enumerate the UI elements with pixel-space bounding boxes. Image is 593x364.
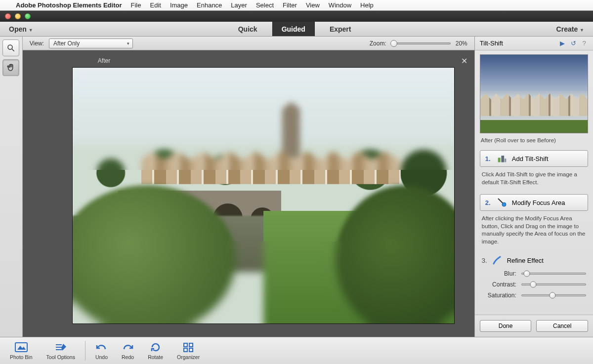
svg-line-1 [12, 49, 15, 51]
main: View: After Only Zoom: 20% After ✕ [0, 37, 593, 337]
saturation-slider-row: Saturation: [475, 290, 593, 301]
zoom-tool-button[interactable] [2, 40, 19, 56]
svg-rect-4 [505, 159, 506, 162]
step2-number: 2. [485, 199, 492, 206]
zoom-slider-thumb[interactable] [390, 40, 397, 47]
mac-menubar: Adobe Photoshop Elements Editor File Edi… [0, 0, 593, 11]
menu-view[interactable]: View [306, 1, 320, 9]
magnifier-icon [6, 43, 15, 52]
canvas-toolbar: View: After Only Zoom: 20% [23, 37, 474, 50]
menu-window[interactable]: Window [329, 1, 351, 9]
buildings-icon [497, 154, 507, 163]
undo-button[interactable]: Undo [89, 339, 114, 362]
tab-quick[interactable]: Quick [229, 22, 266, 36]
svg-line-5 [498, 199, 503, 203]
document-image[interactable] [72, 67, 455, 324]
menu-enhance[interactable]: Enhance [197, 1, 222, 9]
zoom-slider[interactable] [391, 42, 451, 44]
undo-label: Undo [95, 354, 108, 360]
blur-label: Blur: [482, 270, 516, 277]
create-menu[interactable]: Create ▼ [556, 25, 584, 33]
panel-footer: Done Cancel [475, 315, 593, 337]
step1-description: Click Add Tilt-Shift to give the image a… [475, 170, 593, 191]
svg-rect-2 [498, 158, 500, 162]
undo-icon [95, 341, 107, 353]
reset-icon[interactable]: ↺ [569, 40, 577, 47]
organizer-icon [183, 341, 194, 353]
menu-image[interactable]: Image [170, 1, 188, 9]
contrast-label: Contrast: [482, 281, 516, 288]
view-dropdown[interactable]: After Only [49, 39, 133, 48]
tab-quick-label: Quick [238, 25, 257, 33]
hand-tool-button[interactable] [2, 59, 19, 76]
mode-bar: Open ▼ Quick Guided Expert Create ▼ [0, 22, 593, 37]
menu-file[interactable]: File [131, 1, 141, 9]
blur-slider-thumb[interactable] [524, 271, 530, 277]
contrast-slider-thumb[interactable] [530, 282, 537, 288]
dock-separator [85, 341, 85, 361]
preview-image[interactable] [480, 54, 588, 133]
menu-layer[interactable]: Layer [231, 1, 247, 9]
tilt-shift-panel: Tilt-Shift ▶ ↺ ? After (Roll over to see… [474, 37, 593, 337]
contrast-slider[interactable] [521, 283, 586, 285]
zoom-label: Zoom: [370, 40, 386, 47]
svg-rect-14 [184, 348, 187, 352]
redo-icon [122, 341, 134, 353]
saturation-slider-thumb[interactable] [549, 292, 555, 299]
tool-column [0, 37, 23, 337]
canvas-area: View: After Only Zoom: 20% After ✕ [23, 37, 474, 337]
organizer-button[interactable]: Organizer [171, 339, 206, 362]
step2-description: After clicking the Modify Focus Area but… [475, 214, 593, 250]
saturation-slider[interactable] [521, 294, 586, 296]
open-menu[interactable]: Open ▼ [9, 25, 33, 33]
redo-button[interactable]: Redo [116, 339, 140, 362]
photo-bin-label: Photo Bin [10, 354, 33, 360]
minimize-window-icon[interactable] [15, 13, 21, 19]
window-chrome [0, 11, 593, 22]
tool-options-button[interactable]: Tool Options [41, 339, 81, 362]
app-name[interactable]: Adobe Photoshop Elements Editor [16, 1, 122, 9]
step1-label: Add Tilt-Shift [512, 155, 549, 162]
view-dropdown-value: After Only [53, 40, 80, 47]
tab-expert-label: Expert [330, 25, 351, 33]
add-tilt-shift-button[interactable]: 1. Add Tilt-Shift [480, 150, 588, 167]
photo-bin-button[interactable]: Photo Bin [4, 339, 39, 362]
svg-rect-12 [184, 343, 187, 347]
step3-number: 3. [482, 257, 487, 264]
tab-expert[interactable]: Expert [321, 22, 360, 36]
rotate-label: Rotate [148, 354, 163, 360]
bottom-dock: Photo Bin Tool Options Undo Redo Rotate … [0, 337, 593, 364]
tool-options-icon [54, 341, 67, 353]
tool-options-label: Tool Options [46, 354, 75, 360]
help-icon[interactable]: ? [580, 40, 588, 47]
blur-slider[interactable] [521, 273, 586, 275]
menu-filter[interactable]: Filter [283, 1, 297, 9]
menu-edit[interactable]: Edit [150, 1, 161, 9]
step1-number: 1. [485, 155, 492, 162]
zoom-window-icon[interactable] [25, 13, 31, 19]
svg-rect-3 [501, 156, 504, 162]
rotate-button[interactable]: Rotate [142, 339, 169, 362]
blur-slider-row: Blur: [475, 268, 593, 279]
menu-select[interactable]: Select [256, 1, 274, 9]
rotate-icon [150, 341, 162, 353]
play-icon[interactable]: ▶ [558, 40, 566, 47]
canvas-stage: After ✕ [23, 50, 474, 337]
close-document-button[interactable]: ✕ [461, 56, 467, 66]
preview-caption: After (Roll over to see Before) [475, 137, 593, 147]
view-label: View: [30, 40, 44, 47]
close-window-icon[interactable] [5, 13, 11, 19]
tab-guided[interactable]: Guided [272, 22, 315, 36]
menu-help[interactable]: Help [360, 1, 374, 9]
done-button[interactable]: Done [480, 320, 532, 332]
modify-focus-area-button[interactable]: 2. Modify Focus Area [480, 194, 588, 211]
zoom-value: 20% [456, 40, 467, 47]
panel-title: Tilt-Shift [480, 40, 503, 47]
svg-point-0 [8, 45, 12, 49]
focus-point-icon [497, 198, 507, 207]
after-label: After [98, 57, 110, 64]
saturation-label: Saturation: [482, 292, 516, 299]
svg-point-6 [502, 202, 506, 206]
cancel-button[interactable]: Cancel [536, 320, 588, 332]
photo-bin-icon [15, 341, 28, 353]
